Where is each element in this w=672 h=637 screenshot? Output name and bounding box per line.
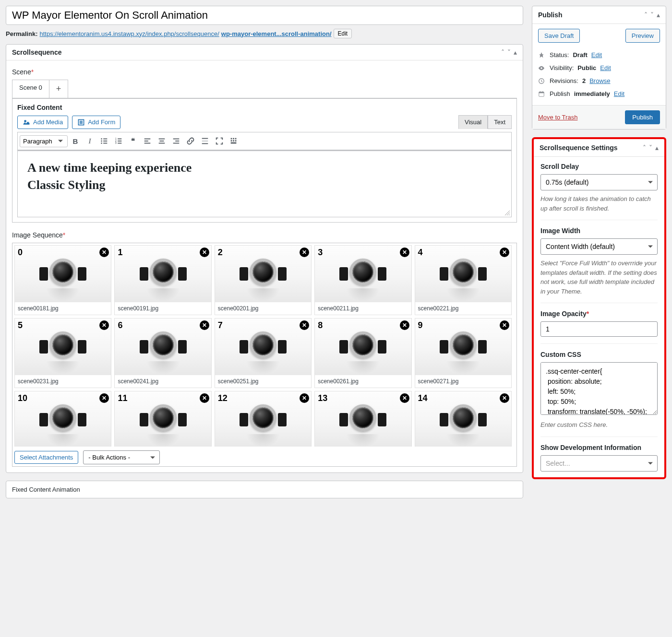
remove-image-icon[interactable]: ✕ [400,393,409,403]
svg-rect-17 [144,139,151,140]
permalink-slug[interactable]: wp-mayor-element...scroll-animation/ [221,30,332,37]
watch-thumbnail [341,255,384,293]
toggle-icon[interactable]: ▴ [655,144,659,151]
remove-image-icon[interactable]: ✕ [500,248,509,257]
svg-point-5 [101,138,102,140]
image-item[interactable]: 7 ✕ scene00251.jpg [215,318,312,388]
remove-image-icon[interactable]: ✕ [400,248,409,257]
move-down-icon[interactable]: ˅ [650,12,654,18]
link-button[interactable] [184,134,197,148]
svg-rect-31 [235,138,237,140]
remove-image-icon[interactable]: ✕ [200,320,209,330]
align-right-button[interactable] [169,134,183,148]
watch-thumbnail [41,401,84,439]
image-item[interactable]: 2 ✕ scene00201.jpg [215,245,312,315]
svg-rect-35 [231,142,237,144]
image-item[interactable]: 14 ✕ [415,391,512,447]
image-item[interactable]: 13 ✕ [314,391,411,447]
trash-link[interactable]: Move to Trash [538,114,577,121]
publish-button[interactable]: Publish [625,110,660,124]
image-item[interactable]: 10 ✕ [14,391,111,447]
image-item[interactable]: 1 ✕ scene00191.jpg [114,245,211,315]
move-up-icon[interactable]: ˄ [644,12,648,18]
fixed-content-anim-label: Fixed Content Animation [12,486,80,493]
fullscreen-button[interactable] [213,134,226,148]
align-center-button[interactable] [155,134,168,148]
image-width-select[interactable]: Content Width (default) [540,238,658,255]
image-item[interactable]: 4 ✕ scene00221.jpg [415,245,512,315]
bulk-actions-select[interactable]: - Bulk Actions - [83,450,160,464]
post-title-input[interactable] [6,6,523,25]
image-index: 6 [118,320,122,330]
show-dev-select[interactable]: Select... [540,455,658,472]
remove-image-icon[interactable]: ✕ [300,248,309,257]
status-value: Draft [573,51,587,59]
status-edit-link[interactable]: Edit [591,51,602,59]
add-scene-button[interactable]: + [49,80,69,98]
publish-date-edit-link[interactable]: Edit [614,90,624,97]
number-list-button[interactable]: 123 [112,134,125,148]
image-opacity-input[interactable] [540,321,658,337]
remove-image-icon[interactable]: ✕ [500,393,509,403]
remove-image-icon[interactable]: ✕ [300,393,309,403]
editor-content[interactable]: A new time keeping experience Classic St… [17,150,512,217]
image-item[interactable]: 11 ✕ [114,391,211,447]
scroll-delay-label: Scroll Delay [540,163,658,170]
italic-button[interactable]: I [83,134,96,148]
permalink-label: Permalink: [6,30,37,37]
image-item[interactable]: 0 ✕ scene00181.jpg [14,245,111,315]
select-attachments-button[interactable]: Select Attachments [14,451,78,464]
remove-image-icon[interactable]: ✕ [500,320,509,330]
toggle-icon[interactable]: ▴ [657,12,660,18]
visibility-value: Public [577,64,596,71]
image-item[interactable]: 3 ✕ scene00211.jpg [314,245,411,315]
editor-tab-text[interactable]: Text [488,115,512,129]
align-left-button[interactable] [141,134,154,148]
quote-button[interactable]: ❝ [126,134,140,148]
visibility-edit-link[interactable]: Edit [600,64,611,71]
remove-image-icon[interactable]: ✕ [400,320,409,330]
remove-image-icon[interactable]: ✕ [200,393,209,403]
image-item[interactable]: 6 ✕ scene00241.jpg [114,318,211,388]
move-down-icon[interactable]: ˅ [507,49,511,56]
svg-point-7 [101,141,102,142]
add-media-button[interactable]: Add Media [17,116,68,129]
resize-handle-icon[interactable] [504,210,510,216]
permalink-base[interactable]: https://elementoranim.us4.instawp.xyz/in… [39,30,219,37]
image-item[interactable]: 9 ✕ scene00271.jpg [415,318,512,388]
bold-button[interactable]: B [69,134,82,148]
image-item[interactable]: 12 ✕ [215,391,312,447]
remove-image-icon[interactable]: ✕ [300,320,309,330]
watch-thumbnail [241,255,285,293]
image-filename: scene00211.jpg [315,302,411,315]
image-item[interactable]: 8 ✕ scene00261.jpg [314,318,411,388]
move-up-icon[interactable]: ˄ [643,144,646,151]
scroll-delay-select[interactable]: 0.75s (default) [540,174,658,190]
toggle-icon[interactable]: ▴ [514,49,517,56]
readmore-button[interactable] [198,134,212,148]
svg-rect-29 [231,138,232,140]
remove-image-icon[interactable]: ✕ [99,248,109,257]
remove-image-icon[interactable]: ✕ [200,248,209,257]
add-form-button[interactable]: Add Form [72,116,120,129]
move-down-icon[interactable]: ˅ [649,144,652,151]
remove-image-icon[interactable]: ✕ [99,393,109,403]
bullet-list-button[interactable] [97,134,111,148]
publish-title: Publish [538,11,563,19]
image-filename: scene00201.jpg [215,302,311,315]
image-index: 3 [318,248,323,258]
tab-scene-0[interactable]: Scene 0 [12,80,49,98]
browse-link[interactable]: Browse [589,77,610,84]
move-up-icon[interactable]: ˄ [501,49,504,56]
image-index: 0 [18,248,23,258]
save-draft-button[interactable]: Save Draft [538,29,580,43]
editor-tab-visual[interactable]: Visual [458,115,488,129]
custom-css-textarea[interactable]: .ssq-center-center{ position: absolute; … [540,362,658,415]
kitchensink-button[interactable] [227,134,240,148]
preview-button[interactable]: Preview [625,29,660,43]
image-item[interactable]: 5 ✕ scene00231.jpg [14,318,111,388]
format-select[interactable]: Paragraph [20,135,68,147]
permalink-edit-button[interactable]: Edit [334,29,352,38]
watch-thumbnail [142,401,185,439]
remove-image-icon[interactable]: ✕ [99,320,109,330]
